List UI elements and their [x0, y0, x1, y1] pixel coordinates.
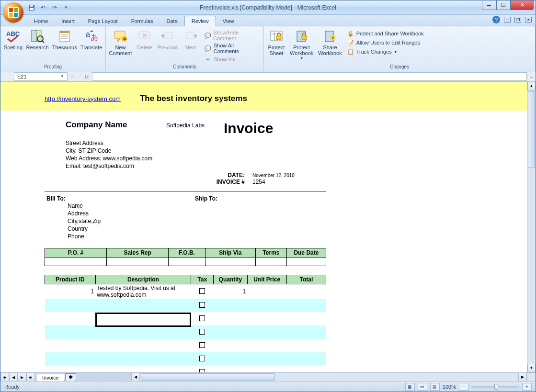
table-row[interactable]	[45, 299, 326, 312]
addr-line3: Web Address: www.softpedia.com	[66, 155, 326, 162]
view-layout-button[interactable]: ▭	[418, 383, 427, 391]
scroll-left-button[interactable]: ◀	[131, 373, 140, 381]
spelling-button[interactable]: ABC Spelling	[2, 27, 24, 51]
col-terms: Terms	[256, 248, 287, 258]
table-row[interactable]	[45, 366, 326, 372]
share-workbook-icon	[322, 28, 338, 44]
save-icon[interactable]	[27, 3, 36, 12]
group-changes-label: Changes	[266, 64, 533, 70]
horizontal-scrollbar[interactable]: ◀ ▶	[131, 373, 527, 381]
view-pagebreak-button[interactable]: ▤	[430, 383, 440, 391]
table-row[interactable]	[45, 352, 326, 366]
close-button[interactable]: ✕	[511, 0, 534, 10]
table-row[interactable]: 1 Tested by Softpedia. Visit us at www.s…	[45, 284, 326, 299]
svg-rect-9	[60, 31, 69, 33]
sheet-tab-invoice[interactable]: Invoice	[36, 374, 65, 381]
col-tax: Tax	[191, 275, 214, 284]
cell-description: Tested by Softpedia. Visit us at www.sof…	[95, 284, 191, 299]
inventory-link[interactable]: http://inventory-system.com	[45, 95, 121, 102]
show-all-comments-button[interactable]: 💬Show All Comments	[202, 42, 262, 55]
scroll-up-button[interactable]: ▲	[527, 82, 536, 90]
zoom-slider-thumb[interactable]	[494, 384, 498, 390]
vscroll-thumb[interactable]	[528, 91, 535, 168]
doc-restore-button[interactable]: ❐	[514, 17, 521, 22]
doc-close-button[interactable]: ✕	[525, 17, 532, 22]
protect-share-workbook-button[interactable]: 🔒Protect and Share Workbook	[345, 29, 426, 38]
zoom-slider[interactable]	[471, 386, 519, 388]
show-ink-button: ✒Show Ink	[202, 55, 262, 64]
maximize-button[interactable]: ☐	[496, 0, 511, 10]
ink-icon: ✒	[204, 56, 212, 63]
col-total: Total	[286, 275, 326, 284]
hscroll-thumb[interactable]	[141, 373, 275, 381]
tax-checkbox[interactable]	[199, 302, 205, 308]
qat-dropdown-icon[interactable]: ▼	[62, 3, 70, 12]
name-box[interactable]: E21 ▼	[14, 72, 68, 81]
view-normal-button[interactable]: ▦	[405, 383, 415, 391]
new-sheet-button[interactable]: ✱	[65, 373, 76, 381]
invoice-no-value: 1254	[252, 179, 265, 185]
thesaurus-button[interactable]: Thesaurus	[51, 27, 78, 51]
table-row[interactable]	[45, 312, 326, 325]
research-button[interactable]: Research	[25, 27, 50, 51]
sheet-nav-prev[interactable]: ◀	[9, 373, 18, 381]
tax-checkbox[interactable]	[199, 369, 205, 373]
tab-formulas[interactable]: Formulas	[125, 16, 160, 26]
table-row[interactable]	[45, 325, 326, 339]
tagline-text: The best inventory systems	[140, 94, 247, 103]
tab-insert[interactable]: Insert	[55, 16, 81, 26]
protect-workbook-button[interactable]: Protect Workbook ▼	[288, 27, 315, 61]
tax-checkbox[interactable]	[199, 342, 205, 348]
tab-review[interactable]: Review	[184, 16, 216, 26]
new-comment-label: New Comment	[109, 45, 132, 56]
tab-data[interactable]: Data	[160, 16, 184, 26]
svg-text:✕: ✕	[142, 32, 148, 39]
svg-text:✱: ✱	[123, 36, 127, 42]
worksheet[interactable]: http://inventory-system.com The best inv…	[0, 82, 527, 372]
fx-cancel-icon: ✕	[70, 73, 75, 79]
redo-icon[interactable]: ↷	[50, 3, 59, 12]
tax-checkbox[interactable]	[199, 356, 205, 361]
sheet-nav-last[interactable]: ⏭	[26, 373, 35, 381]
formula-bar: E21 ▼ ✕ ✓ fx ⌄	[0, 71, 536, 82]
minimize-button[interactable]: ─	[482, 0, 496, 10]
allow-edit-ranges-button[interactable]: 📝Allow Users to Edit Ranges	[345, 38, 426, 47]
scroll-right-button[interactable]: ▶	[518, 373, 527, 381]
tab-view[interactable]: View	[216, 16, 241, 26]
fx-icon[interactable]: fx	[85, 74, 89, 79]
undo-icon[interactable]: ↶	[39, 3, 47, 12]
date-value: November 12, 2010	[252, 172, 295, 179]
table-row[interactable]	[45, 339, 326, 352]
col-unitprice: Unit Price	[247, 275, 286, 284]
doc-minimize-button[interactable]: ─	[504, 17, 511, 22]
translate-button[interactable]: aあ Translate	[79, 27, 103, 51]
svg-rect-4	[32, 30, 36, 42]
namebox-dropdown-icon[interactable]: ▼	[60, 74, 64, 78]
share-workbook-button[interactable]: Share Workbook	[316, 27, 343, 57]
office-button[interactable]	[3, 2, 23, 22]
new-comment-button[interactable]: ✱ New Comment	[108, 27, 133, 57]
col-product-id: Product ID	[45, 275, 96, 284]
formula-bar-expand-icon[interactable]: ⌄	[527, 73, 536, 79]
tab-page-layout[interactable]: Page Layout	[81, 16, 125, 26]
tab-home[interactable]: Home	[27, 16, 55, 26]
zoom-out-button[interactable]: −	[459, 383, 468, 391]
ship-to-label: Ship To:	[195, 195, 217, 240]
formula-input[interactable]	[92, 72, 527, 81]
tax-checkbox[interactable]	[199, 315, 205, 321]
vertical-scrollbar[interactable]: ▲ ▼	[527, 82, 536, 372]
lock-share-icon: 🔒	[347, 30, 354, 37]
tax-checkbox[interactable]	[199, 288, 205, 294]
help-icon[interactable]: ?	[492, 16, 500, 23]
track-changes-button[interactable]: 📋Track Changes ▼	[345, 47, 426, 56]
sheet-nav-next[interactable]: ▶	[18, 373, 26, 381]
sheet-nav-first[interactable]: ⏮	[0, 373, 9, 381]
zoom-in-button[interactable]: +	[522, 383, 532, 391]
order-info-table: P.O. # Sales Rep F.O.B. Ship Via Terms D…	[45, 248, 326, 266]
cell-reference: E21	[17, 74, 27, 79]
scroll-down-button[interactable]: ▼	[527, 364, 536, 372]
protect-sheet-button[interactable]: Protect Sheet	[266, 27, 287, 57]
svg-rect-27	[302, 36, 307, 40]
status-bar: Ready ▦ ▭ ▤ 100% − +	[0, 381, 536, 392]
tax-checkbox[interactable]	[199, 329, 205, 335]
